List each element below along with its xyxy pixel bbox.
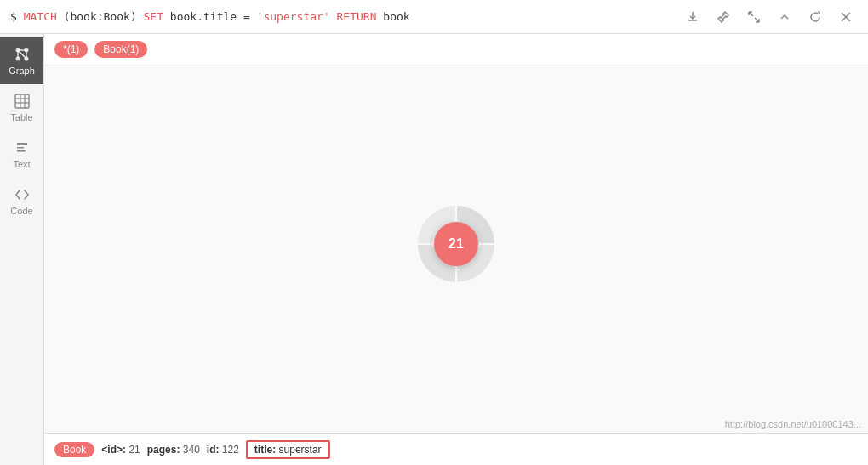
pin-button[interactable] <box>711 7 735 27</box>
sidebar-item-code[interactable]: Code <box>0 178 43 224</box>
filter-bar: *(1) Book(1) <box>44 34 868 65</box>
star-badge[interactable]: *(1) <box>54 41 88 58</box>
svg-rect-8 <box>15 94 29 108</box>
code-icon <box>14 186 31 203</box>
up-button[interactable] <box>773 7 797 27</box>
graph-icon <box>14 46 31 63</box>
kw-set: SET <box>144 10 163 23</box>
top-bar: $ MATCH (book:Book) SET book.title = 'su… <box>0 0 868 34</box>
status-title-label: title: <box>254 444 276 456</box>
sidebar-graph-label: Graph <box>9 65 35 76</box>
watermark: http://blog.csdn.net/u01000143... <box>725 419 861 429</box>
expand-button[interactable] <box>742 7 766 27</box>
sidebar-code-label: Code <box>10 206 32 216</box>
graph-canvas[interactable]: ⊕ ✕ ⤡ ⚑ 21 http://blog.csdn.net/u0100014… <box>44 65 868 433</box>
status-id-label: <id>: <box>101 444 126 456</box>
query-mid2: book.title = <box>163 10 257 23</box>
status-type-badge: Book <box>54 442 94 457</box>
node-container: ⊕ ✕ ⤡ ⚑ 21 <box>405 193 507 295</box>
query-display: $ MATCH (book:Book) SET book.title = 'su… <box>10 10 410 23</box>
query-string-value: 'superstar' <box>257 10 330 23</box>
node-value: 21 <box>448 236 464 252</box>
table-icon <box>14 93 31 110</box>
query-prefix: $ <box>10 10 24 23</box>
query-mid1: (book:Book) <box>57 10 144 23</box>
status-id-value: 21 <box>128 444 140 456</box>
top-actions <box>681 7 858 27</box>
status-pages-field: pages: 340 <box>147 444 200 456</box>
status-id-field: <id>: 21 <box>101 444 140 456</box>
query-mid3 <box>330 10 337 23</box>
download-button[interactable] <box>681 7 705 27</box>
sidebar: Graph Table Text Code <box>0 34 44 465</box>
center-node[interactable]: 21 <box>434 222 478 266</box>
status-id2-label: id: <box>207 444 220 456</box>
kw-match: MATCH <box>24 10 57 23</box>
status-title-value: superstar <box>279 444 322 456</box>
status-pages-value: 340 <box>183 444 200 456</box>
book-badge[interactable]: Book(1) <box>94 41 147 58</box>
query-end: book <box>377 10 410 23</box>
main-container: Graph Table Text Code <box>0 34 868 465</box>
status-id2-field: id: 122 <box>207 444 239 456</box>
status-pages-label: pages: <box>147 444 180 456</box>
status-bar: Book <id>: 21 pages: 340 id: 122 title: … <box>44 433 868 465</box>
status-title-field: title: superstar <box>246 440 330 459</box>
sidebar-item-text[interactable]: Text <box>0 131 43 178</box>
kw-return: RETURN <box>337 10 377 23</box>
sidebar-table-label: Table <box>10 112 32 122</box>
sidebar-item-graph[interactable]: Graph <box>0 37 43 84</box>
close-button[interactable] <box>834 7 858 27</box>
sidebar-item-table[interactable]: Table <box>0 84 43 131</box>
sidebar-text-label: Text <box>13 159 30 169</box>
text-icon <box>14 139 31 156</box>
refresh-button[interactable] <box>803 7 827 27</box>
content-area: *(1) Book(1) <box>44 34 868 465</box>
status-id2-value: 122 <box>222 444 239 456</box>
